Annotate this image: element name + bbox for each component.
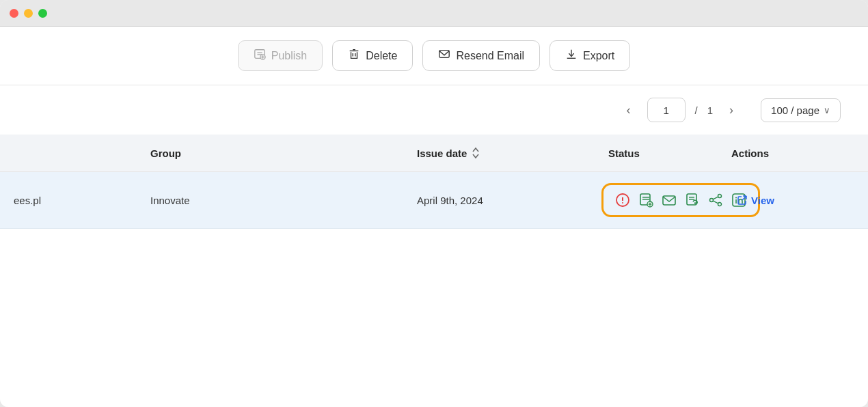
main-window: Publish Delete [0,0,868,407]
close-button[interactable] [10,9,18,18]
toolbar: Publish Delete [0,27,868,85]
export-button[interactable]: Export [550,40,630,71]
delete-icon [348,48,360,64]
external-link-icon [737,195,748,206]
view-label: View [751,195,774,206]
th-group-label: Group [150,148,181,159]
resend-email-button[interactable]: Resend Email [422,40,540,71]
per-page-select[interactable]: 100 / page ∨ [761,98,841,122]
th-actions: Actions [718,141,868,165]
table-header: Group Issue date Status Actions [0,135,868,172]
td-email: ees.pl [0,181,137,220]
row-email: ees.pl [14,195,41,206]
cert-resend-icon[interactable] [683,191,702,210]
svg-point-26 [694,202,696,204]
svg-point-28 [710,199,714,202]
row-group: Innovate [150,195,190,206]
publish-label: Publish [271,50,307,62]
sort-icon [471,147,480,159]
td-status-actions [595,172,718,228]
content-area: Publish Delete [0,26,868,407]
th-issue-date[interactable]: Issue date [403,141,595,165]
th-status: Status [595,141,718,165]
svg-rect-10 [439,51,449,58]
th-group: Group [137,141,403,165]
delete-button[interactable]: Delete [332,40,413,71]
publish-button[interactable]: Publish [238,40,323,71]
th-empty [0,141,137,165]
row-issue-date: April 9th, 2024 [417,195,483,206]
prev-page-button[interactable]: ‹ [617,98,640,122]
th-actions-label: Actions [731,148,769,159]
td-issue-date: April 9th, 2024 [403,181,595,220]
delete-label: Delete [366,50,397,62]
prev-icon: ‹ [627,103,631,117]
view-link[interactable]: View [731,195,854,206]
svg-point-15 [622,202,623,204]
resend-email-icon [438,48,450,64]
current-page-input[interactable] [647,98,686,122]
export-label: Export [583,50,614,62]
publish-cert-icon[interactable] [636,191,655,210]
svg-line-37 [742,196,746,200]
td-view: View [718,181,868,220]
next-page-button[interactable]: › [720,98,743,122]
alert-icon[interactable] [613,191,632,210]
minimize-button[interactable] [24,9,33,18]
per-page-label: 100 / page [771,104,819,116]
total-pages: 1 [707,104,713,116]
th-issue-date-label: Issue date [417,148,467,159]
resend-email-label: Resend Email [456,50,524,62]
publish-icon [254,48,266,64]
svg-rect-22 [663,196,675,205]
td-group: Innovate [137,181,403,220]
table-row: ees.pl Innovate April 9th, 2024 [0,172,868,229]
page-separator: / [692,104,701,116]
th-status-label: Status [608,148,640,159]
email-icon[interactable] [660,191,679,210]
titlebar [0,0,868,26]
pagination-row: ‹ / 1 › 100 / page ∨ [0,85,868,135]
maximize-button[interactable] [38,9,47,18]
next-icon: › [729,103,733,117]
export-icon [565,48,578,64]
per-page-chevron-icon: ∨ [824,105,830,115]
